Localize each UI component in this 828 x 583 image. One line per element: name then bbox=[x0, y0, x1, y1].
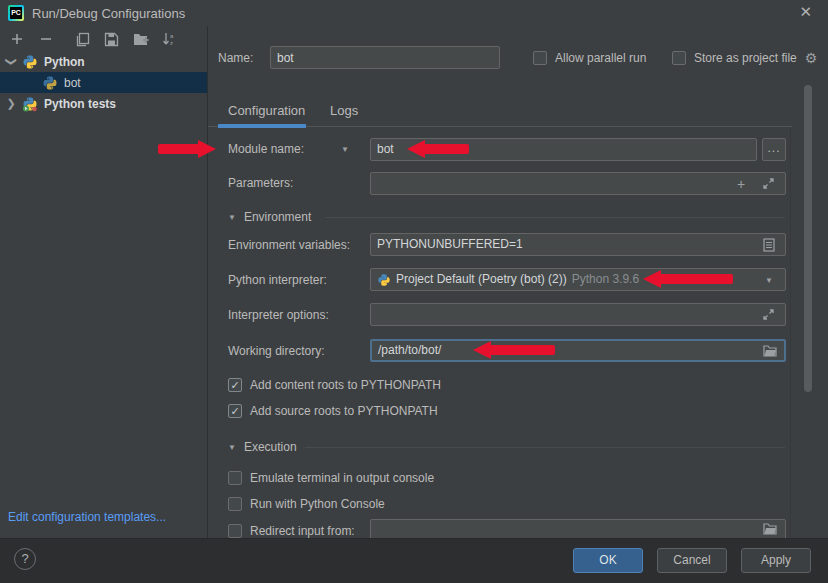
working-directory-label: Working directory: bbox=[228, 344, 324, 358]
collapse-triangle-icon[interactable]: ▼ bbox=[228, 213, 236, 222]
section-divider bbox=[325, 217, 785, 218]
run-debug-configurations-dialog: PC Run/Debug Configurations ✕ az ❯ bbox=[0, 0, 828, 583]
tab-configuration[interactable]: Configuration bbox=[228, 103, 305, 118]
parameters-label: Parameters: bbox=[228, 176, 293, 190]
tree-item-label: bot bbox=[64, 76, 81, 90]
collapse-triangle-icon[interactable]: ▼ bbox=[228, 443, 236, 452]
emulate-terminal-label: Emulate terminal in output console bbox=[250, 471, 434, 485]
module-name-label: Module name: bbox=[228, 142, 304, 156]
add-macro-icon[interactable]: + bbox=[737, 172, 745, 195]
close-icon[interactable]: ✕ bbox=[799, 3, 812, 21]
working-directory-input[interactable]: /path/to/bot/ bbox=[370, 339, 786, 362]
run-with-python-console-label: Run with Python Console bbox=[250, 497, 385, 511]
expand-field-icon[interactable] bbox=[762, 303, 775, 326]
name-input[interactable] bbox=[270, 46, 500, 69]
save-configuration-icon[interactable] bbox=[103, 31, 120, 48]
folder-icon[interactable] bbox=[763, 519, 777, 539]
annotation-arrow-module-value bbox=[407, 140, 469, 158]
allow-parallel-run-label: Allow parallel run bbox=[555, 51, 646, 65]
configurations-tree: ❯ Python bot ❯ Python tests bbox=[0, 51, 207, 114]
interpreter-dropdown-icon[interactable]: ▼ bbox=[765, 276, 773, 285]
tab-logs[interactable]: Logs bbox=[330, 103, 358, 118]
folder-icon[interactable] bbox=[763, 339, 777, 362]
new-folder-icon[interactable] bbox=[132, 31, 149, 48]
run-with-python-console-checkbox[interactable]: Run with Python Console bbox=[228, 496, 385, 512]
checkbox-checked-icon[interactable]: ✓ bbox=[228, 404, 242, 418]
svg-text:a: a bbox=[170, 33, 174, 39]
add-configuration-icon[interactable] bbox=[8, 31, 25, 48]
parameters-input[interactable] bbox=[370, 172, 786, 195]
python-run-config-icon bbox=[42, 75, 58, 91]
redirect-input-label: Redirect input from: bbox=[250, 524, 355, 538]
python-tests-icon bbox=[22, 96, 38, 112]
interpreter-options-input[interactable] bbox=[370, 303, 786, 326]
gear-icon[interactable]: ⚙ bbox=[805, 50, 818, 66]
python-icon bbox=[22, 54, 38, 70]
svg-text:z: z bbox=[170, 40, 173, 46]
chevron-right-icon[interactable]: ❯ bbox=[6, 97, 16, 110]
module-mode-dropdown-icon[interactable]: ▼ bbox=[341, 145, 349, 154]
tree-item-label: Python tests bbox=[44, 97, 116, 111]
env-vars-list-icon[interactable] bbox=[763, 233, 775, 256]
copy-configuration-icon[interactable] bbox=[74, 31, 91, 48]
interpreter-version: Python 3.9.6 bbox=[572, 269, 639, 290]
interpreter-name: Project Default (Poetry (bot) (2)) bbox=[396, 269, 567, 290]
tab-bar: Configuration Logs bbox=[208, 100, 792, 127]
checkbox-icon[interactable] bbox=[672, 51, 686, 65]
annotation-arrow-module-label bbox=[158, 140, 216, 158]
remove-configuration-icon[interactable] bbox=[37, 31, 54, 48]
python-interpreter-label: Python interpreter: bbox=[228, 273, 327, 287]
add-content-roots-checkbox[interactable]: ✓ Add content roots to PYTHONPATH bbox=[228, 377, 441, 393]
execution-section-header[interactable]: ▼ Execution bbox=[228, 440, 297, 454]
annotation-arrow-working-directory bbox=[473, 341, 555, 359]
environment-section-header[interactable]: ▼ Environment bbox=[228, 210, 311, 224]
window-title: Run/Debug Configurations bbox=[32, 6, 185, 21]
redirect-input-checkbox[interactable]: Redirect input from: bbox=[228, 523, 355, 539]
store-as-project-file-label: Store as project file bbox=[694, 51, 797, 65]
tree-item-bot[interactable]: bot bbox=[0, 72, 207, 93]
environment-variables-input[interactable]: PYTHONUNBUFFERED=1 bbox=[370, 233, 786, 256]
name-label: Name: bbox=[218, 51, 253, 65]
annotation-arrow-interpreter bbox=[643, 270, 733, 288]
cancel-button[interactable]: Cancel bbox=[657, 548, 727, 573]
allow-parallel-run-checkbox[interactable]: Allow parallel run bbox=[533, 50, 646, 66]
expand-field-icon[interactable] bbox=[762, 172, 775, 195]
title-bar: PC Run/Debug Configurations ✕ bbox=[0, 0, 828, 26]
checkbox-checked-icon[interactable]: ✓ bbox=[228, 378, 242, 392]
add-content-roots-label: Add content roots to PYTHONPATH bbox=[250, 378, 441, 392]
checkbox-icon[interactable] bbox=[533, 51, 547, 65]
emulate-terminal-checkbox[interactable]: Emulate terminal in output console bbox=[228, 470, 434, 486]
tree-item-python-tests-group[interactable]: ❯ Python tests bbox=[0, 93, 207, 114]
execution-section-title: Execution bbox=[244, 440, 297, 454]
store-as-project-file-checkbox[interactable]: Store as project file ⚙ bbox=[672, 50, 817, 66]
configurations-toolbar: az bbox=[0, 27, 207, 51]
section-divider bbox=[305, 447, 785, 448]
checkbox-icon[interactable] bbox=[228, 524, 242, 538]
environment-variables-label: Environment variables: bbox=[228, 238, 350, 252]
help-button[interactable]: ? bbox=[14, 548, 36, 570]
add-source-roots-checkbox[interactable]: ✓ Add source roots to PYTHONPATH bbox=[228, 403, 438, 419]
edit-configuration-templates-link[interactable]: Edit configuration templates... bbox=[8, 510, 166, 524]
vertical-scrollbar[interactable] bbox=[804, 85, 812, 392]
ok-button[interactable]: OK bbox=[573, 548, 643, 573]
tree-item-python-group[interactable]: ❯ Python bbox=[0, 51, 207, 72]
python-icon bbox=[377, 273, 391, 287]
checkbox-icon[interactable] bbox=[228, 471, 242, 485]
pycharm-logo-icon: PC bbox=[8, 5, 24, 21]
module-browse-button[interactable]: ... bbox=[762, 138, 786, 161]
dialog-footer: ? OK Cancel Apply bbox=[0, 538, 828, 583]
apply-button[interactable]: Apply bbox=[741, 548, 811, 573]
content-right-edge bbox=[790, 127, 791, 538]
checkbox-icon[interactable] bbox=[228, 497, 242, 511]
environment-section-title: Environment bbox=[244, 210, 311, 224]
interpreter-options-label: Interpreter options: bbox=[228, 308, 329, 322]
chevron-down-icon[interactable]: ❯ bbox=[5, 57, 18, 67]
add-source-roots-label: Add source roots to PYTHONPATH bbox=[250, 404, 438, 418]
sort-alphabetically-icon[interactable]: az bbox=[161, 31, 178, 48]
tree-item-label: Python bbox=[44, 55, 85, 69]
active-tab-underline bbox=[218, 124, 306, 128]
